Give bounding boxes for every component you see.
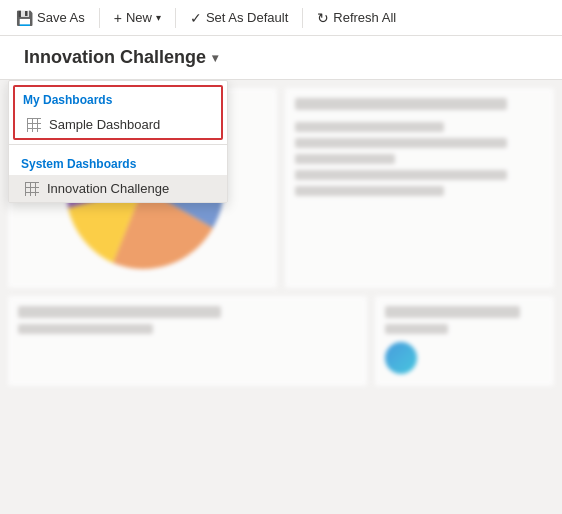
dashboard-title-button[interactable]: Innovation Challenge ▾ <box>16 43 226 72</box>
tile-2 <box>285 88 554 288</box>
main-content: My Dashboards Sample Dashboard System Da… <box>0 80 562 514</box>
section-divider <box>9 144 227 145</box>
bottom-tile-1 <box>8 296 367 386</box>
new-label: New <box>126 10 152 25</box>
grid-icon-sample <box>27 118 41 132</box>
innovation-challenge-item[interactable]: Innovation Challenge <box>9 175 227 202</box>
my-dashboards-section: My Dashboards Sample Dashboard <box>13 85 223 140</box>
bottom-tile-2 <box>375 296 554 386</box>
sample-dashboard-label: Sample Dashboard <box>49 117 160 132</box>
new-icon: + <box>114 10 122 26</box>
save-icon: 💾 <box>16 10 33 26</box>
set-as-default-label: Set As Default <box>206 10 288 25</box>
sample-dashboard-item[interactable]: Sample Dashboard <box>15 111 221 138</box>
separator-2 <box>175 8 176 28</box>
dropdown-menu: My Dashboards Sample Dashboard System Da… <box>8 80 228 203</box>
dropdown-chevron-icon: ▾ <box>212 51 218 65</box>
new-chevron-icon: ▾ <box>156 12 161 23</box>
header-bar: Innovation Challenge ▾ <box>0 36 562 80</box>
innovation-challenge-label: Innovation Challenge <box>47 181 169 196</box>
refresh-icon: ↻ <box>317 10 329 26</box>
my-dashboards-label[interactable]: My Dashboards <box>15 87 221 111</box>
grid-icon-innovation <box>25 182 39 196</box>
avatar <box>385 342 417 374</box>
system-dashboards-label[interactable]: System Dashboards <box>9 149 227 175</box>
toolbar: 💾 Save As + New ▾ ✓ Set As Default ↻ Ref… <box>0 0 562 36</box>
refresh-all-button[interactable]: ↻ Refresh All <box>309 6 404 30</box>
new-button[interactable]: + New ▾ <box>106 6 169 30</box>
system-dashboards-section: System Dashboards Innovation Challenge <box>9 149 227 202</box>
dashboard-title: Innovation Challenge <box>24 47 206 68</box>
check-icon: ✓ <box>190 10 202 26</box>
set-as-default-button[interactable]: ✓ Set As Default <box>182 6 296 30</box>
save-as-label: Save As <box>37 10 85 25</box>
separator-3 <box>302 8 303 28</box>
separator-1 <box>99 8 100 28</box>
refresh-all-label: Refresh All <box>333 10 396 25</box>
save-as-button[interactable]: 💾 Save As <box>8 6 93 30</box>
